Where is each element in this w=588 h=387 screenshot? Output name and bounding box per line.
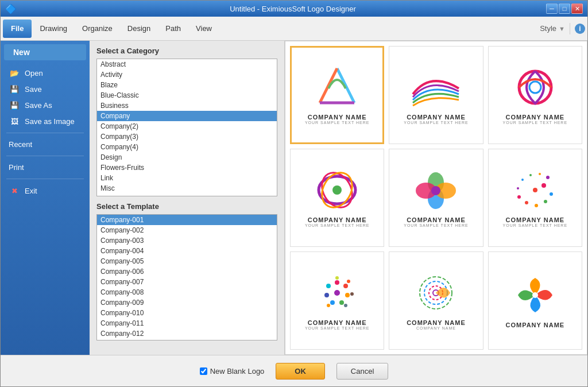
blank-checkbox-input[interactable] <box>200 367 207 375</box>
template-item[interactable]: Company-012 <box>97 328 277 339</box>
print-button[interactable]: Print <box>1 160 90 175</box>
template-item[interactable]: Company-005 <box>97 256 277 266</box>
gallery-item[interactable]: COMPANY NAMEYOUR SAMPLE TEXT HERE <box>488 149 582 247</box>
new-blank-checkbox[interactable]: New Blank Logo <box>200 367 265 376</box>
category-item[interactable]: Activity <box>97 69 277 80</box>
svg-point-16 <box>533 188 537 192</box>
gallery-item[interactable]: COMPANY NAMEYOUR SAMPLE TEXT HERE <box>488 46 582 144</box>
exit-button[interactable]: ✖ Exit <box>1 183 90 199</box>
svg-point-20 <box>544 200 547 203</box>
svg-point-22 <box>525 201 528 204</box>
logo-sub-text: YOUR SAMPLE TEXT HERE <box>305 121 370 125</box>
save-button[interactable]: 💾 Save <box>1 81 90 97</box>
menu-file[interactable]: File <box>3 20 32 38</box>
logo-company-text: COMPANY NAME <box>308 114 367 121</box>
template-item[interactable]: Company-013 <box>97 339 277 340</box>
template-item[interactable]: Company-004 <box>97 246 277 256</box>
logo-graphic <box>407 65 465 111</box>
logo-company-text: COMPANY NAME <box>505 114 564 121</box>
svg-point-25 <box>521 179 524 181</box>
main-window: 🔷 Untitled - EximiousSoft Logo Designer … <box>0 0 588 387</box>
minimize-button[interactable]: ─ <box>546 3 558 14</box>
save-label: Save <box>25 85 42 94</box>
category-item[interactable]: Blue-Classic <box>97 90 277 100</box>
new-button[interactable]: New <box>4 44 86 60</box>
window-title: Untitled - EximiousSoft Logo Designer <box>40 5 546 13</box>
logo-company-text: COMPANY NAME <box>407 319 466 326</box>
svg-point-19 <box>550 192 553 196</box>
category-item[interactable]: Blaze <box>97 80 277 90</box>
svg-point-6 <box>529 82 541 93</box>
saveas-button[interactable]: 💾 Save As <box>1 97 90 113</box>
svg-line-2 <box>337 68 354 103</box>
svg-point-34 <box>324 293 329 297</box>
template-item[interactable]: Company-009 <box>97 297 277 308</box>
gallery-item[interactable]: COMPANY NAMEYOUR SAMPLE TEXT HERE <box>290 251 384 350</box>
template-item[interactable]: Company-008 <box>97 287 277 297</box>
category-item[interactable]: Company <box>97 111 277 121</box>
saveas-label: Save As <box>25 101 52 110</box>
menu-path[interactable]: Path <box>158 20 188 38</box>
close-button[interactable]: ✕ <box>571 3 583 14</box>
template-item[interactable]: Company-003 <box>97 235 277 246</box>
svg-point-5 <box>519 71 551 103</box>
menu-design[interactable]: Design <box>121 20 157 38</box>
image-icon: 🖼 <box>9 117 20 126</box>
logo-sub-text: YOUR SAMPLE TEXT HERE <box>503 223 568 227</box>
template-item[interactable]: Company-002 <box>97 225 277 235</box>
category-item[interactable]: Link <box>97 173 277 183</box>
cancel-button[interactable]: Cancel <box>336 363 388 380</box>
template-item[interactable]: Company-001 <box>97 215 277 225</box>
gallery-item[interactable]: COMPANY NAMEYOUR SAMPLE TEXT HERE <box>389 46 483 144</box>
category-item[interactable]: Company(2) <box>97 121 277 131</box>
template-item[interactable]: Company-007 <box>97 277 277 287</box>
category-label: Select a Category <box>96 47 277 55</box>
category-section: Select a Category AbstractActivityBlazeB… <box>96 47 277 196</box>
template-item[interactable]: Company-010 <box>97 308 277 318</box>
category-item[interactable]: Business <box>97 100 277 111</box>
gallery-item[interactable]: COMPANY NAMEYOUR SAMPLE TEXT HERE <box>290 46 384 144</box>
ok-button[interactable]: OK <box>276 363 325 380</box>
gallery-item[interactable]: COMPANY NAMEYOUR SAMPLE TEXT HERE <box>290 149 384 247</box>
gallery-item[interactable]: COMPANY NAMECOMPANY NAME <box>389 251 483 350</box>
category-item[interactable]: Flowers-Fruits <box>97 162 277 173</box>
category-item[interactable]: Company(3) <box>97 131 277 142</box>
maximize-button[interactable]: □ <box>559 3 570 14</box>
logo-sub-text: YOUR SAMPLE TEXT HERE <box>404 121 469 125</box>
svg-point-28 <box>334 290 340 296</box>
gallery-grid: COMPANY NAMEYOUR SAMPLE TEXT HERE COMPAN… <box>285 41 587 354</box>
gallery-item[interactable]: COMPANY NAME <box>488 251 582 350</box>
saveas-icon: 💾 <box>9 100 20 110</box>
menu-drawing[interactable]: Drawing <box>33 20 74 38</box>
info-label: i <box>575 24 585 34</box>
save-icon: 💾 <box>9 84 20 94</box>
logo-graphic <box>308 271 366 317</box>
category-listbox[interactable]: AbstractActivityBlazeBlue-ClassicBusines… <box>96 59 277 196</box>
category-item[interactable]: Design <box>97 152 277 162</box>
gallery-item[interactable]: COMPANY NAMEYOUR SAMPLE TEXT HERE <box>389 149 483 247</box>
recent-button[interactable]: Recent <box>1 137 90 152</box>
svg-marker-1 <box>320 68 354 103</box>
bottom-bar: New Blank Logo OK Cancel <box>1 355 587 386</box>
separator-1 <box>6 133 84 133</box>
open-button[interactable]: 📂 Open <box>1 65 90 81</box>
template-item[interactable]: Company-006 <box>97 266 277 277</box>
separator-2 <box>6 156 84 156</box>
category-item[interactable]: Abstract <box>97 59 277 69</box>
template-listbox[interactable]: Company-001Company-002Company-003Company… <box>96 214 277 340</box>
category-item[interactable]: Nature <box>97 194 277 196</box>
recent-label: Recent <box>9 140 32 149</box>
checkbox-label-text: New Blank Logo <box>210 367 265 376</box>
logo-graphic <box>308 65 366 111</box>
open-label: Open <box>25 69 43 78</box>
category-item[interactable]: Misc <box>97 183 277 194</box>
menu-organize[interactable]: Organize <box>75 20 119 38</box>
menu-view[interactable]: View <box>189 20 219 38</box>
svg-point-24 <box>517 187 519 189</box>
template-item[interactable]: Company-011 <box>97 318 277 328</box>
svg-point-26 <box>529 174 532 176</box>
save-image-button[interactable]: 🖼 Save as Image <box>1 113 90 129</box>
left-controls: Select a Category AbstractActivityBlazeB… <box>90 41 285 355</box>
folder-icon: 📂 <box>9 68 20 78</box>
category-item[interactable]: Company(4) <box>97 142 277 152</box>
